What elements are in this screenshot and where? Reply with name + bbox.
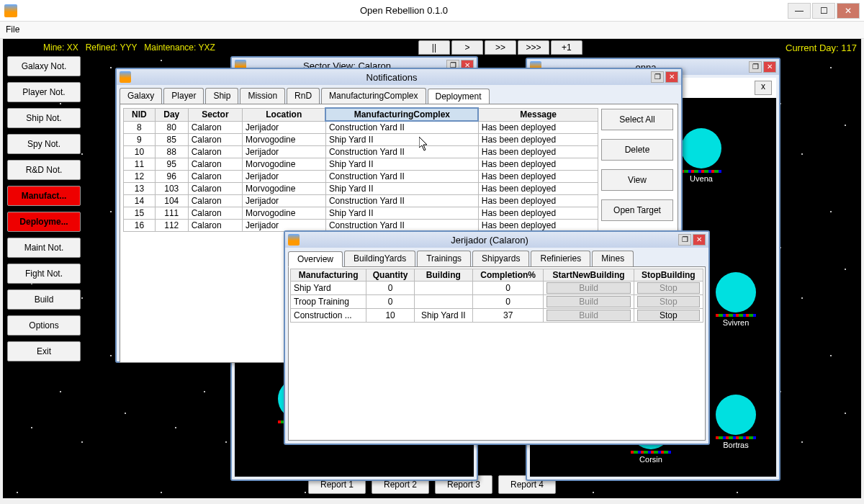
close-button[interactable]: x [755,81,772,95]
col-building[interactable]: Building [414,269,472,282]
stop-button: Stop [637,282,700,294]
close-icon[interactable]: ✕ [693,234,706,246]
mine-stat: Mine: XX [43,42,78,53]
java-icon [288,234,300,246]
close-icon[interactable]: ✕ [665,71,678,83]
sidebar-exit-button[interactable]: Exit [7,341,81,361]
tab-trainings[interactable]: Trainings [417,251,471,266]
java-icon [120,71,131,83]
col-day[interactable]: Day [155,108,188,121]
menu-bar: File [0,22,864,39]
tab-mines[interactable]: Mines [592,251,634,266]
sidebar-maint-not--button[interactable]: Maint Not. [7,238,81,258]
table-row[interactable]: 13103CalaronMorvogodineShip Yard IIHas b… [124,183,598,195]
col-message[interactable]: Message [478,108,598,121]
table-row[interactable]: Troop Training00BuildStop [291,295,703,309]
java-icon [4,4,17,17]
tab-rnd[interactable]: RnD [287,88,320,104]
tab-overview[interactable]: Overview [288,251,343,267]
delete-button[interactable]: Delete [601,139,673,161]
col-completion%[interactable]: Completion% [472,269,544,282]
planet-svivren[interactable]: Svivren [716,272,756,327]
col-stopbuilding[interactable]: StopBuilding [634,269,703,282]
planet-uvena[interactable]: Uvena [681,128,721,183]
col-quantity[interactable]: Quantity [366,269,414,282]
col-sector[interactable]: Sector [188,108,242,121]
notifications-title: Notifications [134,72,649,83]
file-menu[interactable]: File [6,24,19,35]
sidebar-r-d-not--button[interactable]: R&D Not. [7,160,81,180]
sidebar-build-button[interactable]: Build [7,289,81,310]
table-row[interactable]: Ship Yard00BuildStop [291,282,703,295]
open-target-button[interactable]: Open Target [601,199,673,221]
sidebar-player-not--button[interactable]: Player Not. [7,82,81,102]
table-row[interactable]: 1296CalaronJerijadorConstruction Yard II… [124,171,598,183]
detail-tabs: OverviewBuildingYardsTrainingsShipyardsR… [285,248,708,266]
stop-button: Stop [637,296,700,307]
stop-button[interactable]: Stop [637,310,700,321]
planet-label: Bortras [716,441,756,449]
sidebar-fight-not--button[interactable]: Fight Not. [7,264,81,284]
maximize-button[interactable]: ☐ [812,3,835,19]
table-row[interactable]: 1088CalaronJerijadorConstruction Yard II… [124,146,598,158]
col-manufacturing[interactable]: Manufacturing [291,269,366,282]
table-row[interactable]: 15111CalaronMorvogodineShip Yard IIHas b… [124,207,598,220]
notifications-tabs: GalaxyPlayerShipMissionRnDManufacturingC… [117,85,681,104]
build-button: Build [546,296,630,307]
sidebar-spy-not--button[interactable]: Spy Not. [7,134,81,154]
col-startnewbuilding[interactable]: StartNewBuilding [544,269,634,282]
close-button[interactable]: ✕ [837,3,860,19]
view-button[interactable]: View [601,169,673,191]
tab-buildingyards[interactable]: BuildingYards [344,251,415,266]
restore-icon[interactable]: ❐ [678,234,691,246]
table-row[interactable]: 985CalaronMorvogodineShip Yard IIHas bee… [124,134,598,146]
speed--button[interactable]: >>> [518,40,549,55]
sidebar-galaxy-not--button[interactable]: Galaxy Not. [7,56,81,76]
window-titlebar: Open Rebellion 0.1.0 — ☐ ✕ [0,0,864,22]
minimize-button[interactable]: — [788,3,811,19]
speed--button[interactable]: >> [485,40,516,55]
sidebar-manufact--button[interactable]: Manufact... [7,186,81,206]
sidebar-ship-not--button[interactable]: Ship Not. [7,108,81,128]
sidebar-options-button[interactable]: Options [7,315,81,336]
notifications-table[interactable]: NIDDaySectorLocationManufacturingComplex… [123,107,598,232]
speed--button[interactable]: || [418,40,450,55]
top-status-bar: Mine: XX Refined: YYY Maintenance: YXZ |… [3,39,861,56]
select-all-button[interactable]: Select All [601,109,673,130]
notifications-actions: Select AllDeleteViewOpen Target [601,109,673,221]
speed-controls: ||>>>>>>+1 [215,40,786,55]
planet-label: Uvena [681,174,721,183]
table-row[interactable]: 14104CalaronJerijadorConstruction Yard I… [124,195,598,207]
refined-stat: Refined: YYY [86,42,138,53]
build-button: Build [546,282,630,294]
tab-deployment[interactable]: Deployment [428,89,490,104]
close-icon[interactable]: ✕ [763,61,776,73]
table-row[interactable]: 1195CalaronMorvogodineShip Yard IIHas be… [124,158,598,171]
col-location[interactable]: Location [243,108,326,121]
restore-icon[interactable]: ❐ [749,61,762,73]
tab-manufacturingcomplex[interactable]: ManufacturingComplex [321,88,426,104]
location-detail-window[interactable]: Jerijador (Calaron) ❐ ✕ OverviewBuilding… [284,230,710,445]
planet-label: Svivren [716,318,756,327]
restore-icon[interactable]: ❐ [651,71,664,83]
table-row[interactable]: Construction ...10Ship Yard II37BuildSto… [291,309,703,323]
tab-shipyards[interactable]: Shipyards [472,251,529,266]
tab-ship[interactable]: Ship [205,88,238,104]
col-nid[interactable]: NID [124,108,156,121]
table-row[interactable]: 16112CalaronJerijadorConstruction Yard I… [124,220,598,232]
sidebar-deployme--button[interactable]: Deployme... [7,212,81,232]
tab-mission[interactable]: Mission [240,88,285,104]
tab-refinieries[interactable]: Refinieries [531,251,590,266]
planet-bortras[interactable]: Bortras [716,395,756,449]
maintenance-stat: Maintenance: YXZ [144,42,215,53]
col-manufacturingcomplex[interactable]: ManufacturingComplex [325,108,478,121]
tab-galaxy[interactable]: Galaxy [120,88,162,104]
table-row[interactable]: 880CalaronJerijadorConstruction Yard IIH… [124,121,598,134]
planet-label: Corsin [631,455,671,464]
build-button: Build [546,310,630,321]
speed-1-button[interactable]: +1 [551,40,582,55]
resource-stats: Mine: XX Refined: YYY Maintenance: YXZ [7,42,215,53]
speed--button[interactable]: > [451,40,483,55]
tab-player[interactable]: Player [163,88,204,104]
detail-table[interactable]: ManufacturingQuantityBuildingCompletion%… [290,269,703,323]
